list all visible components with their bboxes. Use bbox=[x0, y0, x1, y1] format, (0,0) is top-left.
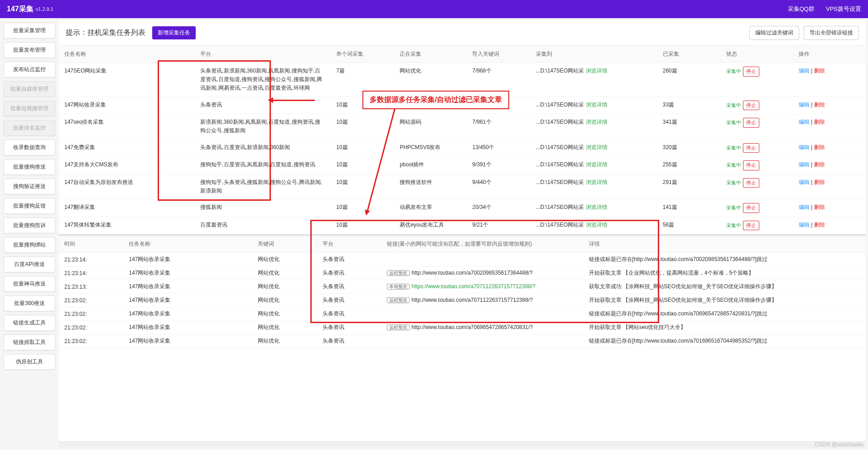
log-platform: 头条资讯 bbox=[317, 307, 381, 321]
remote-preview-tag[interactable]: 远程预览 bbox=[387, 324, 410, 330]
task-ops: 编辑 | 删除 bbox=[793, 63, 866, 97]
log-col-5: 详情 bbox=[583, 236, 866, 253]
delete-link[interactable]: 删除 bbox=[814, 179, 825, 185]
view-detail-link[interactable]: 浏览详情 bbox=[586, 204, 608, 210]
task-path: ...D:\147SEO网站采 浏览详情 bbox=[530, 217, 657, 234]
sidebar-item-9[interactable]: 批量搜狗反馈 bbox=[4, 198, 55, 214]
export-errors-button[interactable]: 导出全部错误链接 bbox=[804, 26, 859, 40]
edit-link[interactable]: 编辑 bbox=[799, 222, 810, 228]
task-ops: 编辑 | 删除 bbox=[793, 97, 866, 114]
delete-link[interactable]: 删除 bbox=[814, 102, 825, 108]
log-col-4: 链接(量小的网站可能没有匹配，如需要可群内反馈增加规则) bbox=[381, 236, 583, 253]
edit-link[interactable]: 编辑 bbox=[799, 102, 810, 108]
task-single: 10篇 bbox=[331, 217, 394, 234]
table-row: 147自动采集为原创发布推送搜狗知乎,头条资讯,搜狐新闻,搜狗公众号,腾讯新闻,… bbox=[59, 174, 866, 199]
watermark: CSDN @xiaomaseo bbox=[815, 441, 863, 448]
main-panel: 提示：挂机采集任务列表 新增采集任务 编辑过滤关键词 导出全部错误链接 任务名称… bbox=[59, 20, 866, 448]
stop-button[interactable]: 停止 bbox=[743, 221, 759, 231]
sidebar-item-11[interactable]: 批量搜狗绑站 bbox=[4, 237, 55, 253]
task-current: 动易发布文章 bbox=[394, 199, 467, 217]
task-collected: 320篇 bbox=[657, 139, 721, 157]
filter-keyword-button[interactable]: 编辑过滤关键词 bbox=[749, 26, 799, 40]
log-detail: 链接或标题已存在[http://www.toutiao.com/a7002098… bbox=[583, 253, 866, 266]
view-detail-link[interactable]: 浏览详情 bbox=[586, 179, 608, 185]
edit-link[interactable]: 编辑 bbox=[799, 119, 810, 125]
log-col-0: 时间 bbox=[59, 236, 123, 253]
task-single: 10篇 bbox=[331, 157, 394, 174]
task-status: 采集中停止 bbox=[721, 217, 793, 234]
edit-link[interactable]: 编辑 bbox=[799, 179, 810, 185]
edit-link[interactable]: 编辑 bbox=[799, 204, 810, 210]
sidebar-item-1[interactable]: 批量发布管理 bbox=[4, 42, 55, 58]
log-detail: 开始获取文章 【企业网站优化，提高网站流量，4个标准，5个策略】 bbox=[583, 266, 866, 280]
log-keyword: 网站优化 bbox=[252, 280, 317, 294]
sidebar-item-0[interactable]: 批量采集管理 bbox=[4, 23, 55, 39]
sidebar-item-13[interactable]: 批量神马推送 bbox=[4, 276, 55, 292]
task-path: ...D:\147SEO网站采 浏览详情 bbox=[530, 114, 657, 139]
view-detail-link[interactable]: 浏览详情 bbox=[586, 144, 608, 150]
log-row: 21:23:02:147网站收录采集网站优化头条资讯远程预览http://www… bbox=[59, 294, 866, 307]
view-detail-link[interactable]: 浏览详情 bbox=[586, 222, 608, 228]
stop-button[interactable]: 停止 bbox=[743, 67, 759, 77]
tasks-col-1: 平台 bbox=[195, 46, 331, 63]
task-collected: 260篇 bbox=[657, 63, 721, 97]
edit-link[interactable]: 编辑 bbox=[799, 144, 810, 150]
sidebar-item-10[interactable]: 批量搜狗投诉 bbox=[4, 218, 55, 233]
delete-link[interactable]: 删除 bbox=[814, 204, 825, 210]
task-name: 147支持各大CMS发布 bbox=[59, 157, 195, 174]
delete-link[interactable]: 删除 bbox=[814, 119, 825, 125]
sidebar-item-16[interactable]: 链接抓取工具 bbox=[4, 334, 55, 350]
view-detail-link[interactable]: 浏览详情 bbox=[586, 161, 608, 168]
delete-link[interactable]: 删除 bbox=[814, 144, 825, 150]
sidebar-item-2[interactable]: 发布站点监控 bbox=[4, 62, 55, 77]
stop-button[interactable]: 停止 bbox=[743, 118, 759, 128]
view-detail-link[interactable]: 浏览详情 bbox=[586, 68, 608, 74]
log-link bbox=[381, 334, 583, 348]
sidebar-item-17[interactable]: 伪原创工具 bbox=[4, 354, 55, 370]
task-path: ...D:\147SEO网站采 浏览详情 bbox=[530, 139, 657, 157]
delete-link[interactable]: 删除 bbox=[814, 222, 825, 228]
log-time: 21:23:13: bbox=[59, 280, 123, 294]
sidebar-item-12[interactable]: 百度API推送 bbox=[4, 256, 55, 272]
delete-link[interactable]: 删除 bbox=[814, 161, 825, 168]
log-platform: 头条资讯 bbox=[317, 266, 381, 280]
task-status: 采集中停止 bbox=[721, 174, 793, 199]
local-preview-tag[interactable]: 本地预览 bbox=[387, 284, 410, 290]
task-keyword: 2/5个 bbox=[467, 97, 530, 114]
remote-preview-tag[interactable]: 远程预览 bbox=[387, 270, 410, 276]
nav-vps[interactable]: VPS拨号设置 bbox=[826, 5, 861, 13]
delete-link[interactable]: 删除 bbox=[814, 68, 825, 74]
task-collected: 291篇 bbox=[657, 174, 721, 199]
tasks-col-4: 导入关键词 bbox=[467, 46, 530, 63]
task-ops: 编辑 | 删除 bbox=[793, 114, 866, 139]
sidebar-item-6[interactable]: 收录数据查询 bbox=[4, 140, 55, 155]
task-name: 147简体转繁体采集 bbox=[59, 217, 195, 234]
tasks-col-5: 采集到 bbox=[530, 46, 657, 63]
stop-button[interactable]: 停止 bbox=[743, 143, 759, 153]
sidebar-item-8[interactable]: 搜狗验证推送 bbox=[4, 179, 55, 194]
task-ops: 编辑 | 删除 bbox=[793, 174, 866, 199]
new-task-button[interactable]: 新增采集任务 bbox=[152, 26, 196, 39]
nav-qq-group[interactable]: 采集QQ群 bbox=[788, 5, 815, 13]
view-detail-link[interactable]: 浏览详情 bbox=[586, 102, 608, 108]
stop-button[interactable]: 停止 bbox=[743, 101, 759, 111]
stop-button[interactable]: 停止 bbox=[743, 178, 759, 188]
log-table: 时间任务名称关键词平台链接(量小的网站可能没有匹配，如需要可群内反馈增加规则)详… bbox=[59, 236, 866, 348]
page-header: 提示：挂机采集任务列表 新增采集任务 编辑过滤关键词 导出全部错误链接 bbox=[59, 20, 866, 46]
log-link: 本地预览https://www.toutiao.com/a70711226371… bbox=[381, 280, 583, 294]
sidebar-item-3: 批量自媒体管理 bbox=[4, 81, 55, 97]
task-platform: 新浪新闻,360新闻,凤凰新闻,百度知道,搜狗资讯,搜狗公众号,搜狐新闻 bbox=[195, 114, 331, 139]
sidebar-item-15[interactable]: 链接生成工具 bbox=[4, 315, 55, 331]
sidebar-item-14[interactable]: 批量360推送 bbox=[4, 295, 55, 311]
horizontal-scrollbar[interactable] bbox=[59, 441, 866, 448]
log-detail: 链接或标题已存在[http://www.toutiao.com/a7016965… bbox=[583, 334, 866, 348]
stop-button[interactable]: 停止 bbox=[743, 160, 759, 170]
remote-preview-tag[interactable]: 远程预览 bbox=[387, 297, 410, 303]
edit-link[interactable]: 编辑 bbox=[799, 68, 810, 74]
tasks-col-0: 任务名称 bbox=[59, 46, 195, 63]
log-row: 21:23:02:147网站收录采集网站优化头条资讯链接或标题已存在[http:… bbox=[59, 334, 866, 348]
sidebar-item-7[interactable]: 批量搜狗推送 bbox=[4, 159, 55, 175]
edit-link[interactable]: 编辑 bbox=[799, 161, 810, 168]
view-detail-link[interactable]: 浏览详情 bbox=[586, 119, 608, 125]
stop-button[interactable]: 停止 bbox=[743, 203, 759, 213]
